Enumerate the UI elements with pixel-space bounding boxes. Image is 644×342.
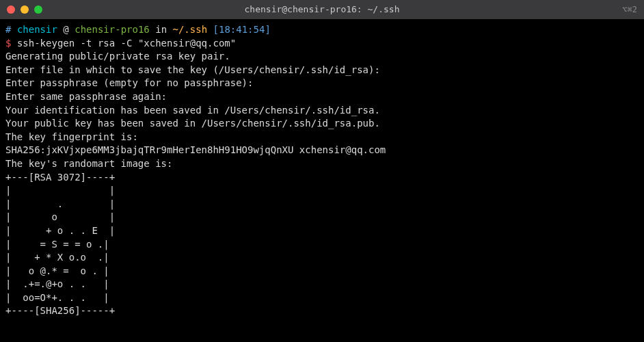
output-line: Enter passphrase (empty for no passphras… xyxy=(5,77,639,90)
output-line: Your public key has been saved in /Users… xyxy=(5,117,639,131)
output-line: Enter same passphrase again: xyxy=(5,90,639,104)
prompt-path: ~/.ssh xyxy=(173,24,208,35)
prompt-user: chensir xyxy=(17,24,57,35)
randomart-line: | . | xyxy=(5,198,639,211)
output-line: The key's randomart image is: xyxy=(5,157,639,171)
output-line: Generating public/private rsa key pair. xyxy=(5,50,639,64)
randomart-line: | o @.* = o . | xyxy=(5,265,639,278)
command-line: $ ssh-keygen -t rsa -C "xchensir@qq.com" xyxy=(5,37,639,51)
randomart-line: | .+=.@+o . . | xyxy=(5,278,639,291)
randomart-line: | o | xyxy=(5,211,639,224)
maximize-button[interactable] xyxy=(34,5,42,14)
randomart-line: +---[RSA 3072]----+ xyxy=(5,171,639,185)
keyboard-shortcut: ⌥⌘2 xyxy=(622,4,637,16)
window-title: chensir@chensir-pro16: ~/.ssh xyxy=(245,3,400,16)
command-text: ssh-keygen -t rsa -C xyxy=(17,38,138,49)
output-line: Enter file in which to save the key (/Us… xyxy=(5,64,639,77)
prompt-host: chensir-pro16 xyxy=(75,24,150,35)
randomart-line: | | xyxy=(5,184,639,198)
command-arg: "xchensir@qq.com" xyxy=(138,38,236,49)
minimize-button[interactable] xyxy=(21,5,29,14)
randomart-line: | = S = = o .| xyxy=(5,238,639,252)
prompt-dollar: $ xyxy=(5,38,11,49)
prompt-at: @ xyxy=(63,24,68,35)
randomart-line: | oo=O*+. . . | xyxy=(5,291,639,305)
prompt-line-1: # chensir @ chensir-pro16 in ~/.ssh [18:… xyxy=(5,23,639,37)
window-titlebar: chensir@chensir-pro16: ~/.ssh ⌥⌘2 xyxy=(0,0,644,19)
output-line: The key fingerprint is: xyxy=(5,131,639,144)
terminal-content[interactable]: # chensir @ chensir-pro16 in ~/.ssh [18:… xyxy=(0,19,644,342)
randomart-line: | + o . . E | xyxy=(5,224,639,238)
prompt-in: in xyxy=(155,24,167,35)
output-line: Your identification has been saved in /U… xyxy=(5,104,639,118)
close-button[interactable] xyxy=(7,5,15,14)
randomart-line: +----[SHA256]-----+ xyxy=(5,304,639,318)
traffic-lights xyxy=(7,5,42,14)
output-line: SHA256:jxKVjxpe6MM3jbajqTRr9mHerIen8hH91… xyxy=(5,144,639,157)
randomart-line: | + * X o.o .| xyxy=(5,251,639,265)
prompt-hash: # xyxy=(5,24,11,35)
prompt-time: [18:41:54] xyxy=(213,24,271,35)
